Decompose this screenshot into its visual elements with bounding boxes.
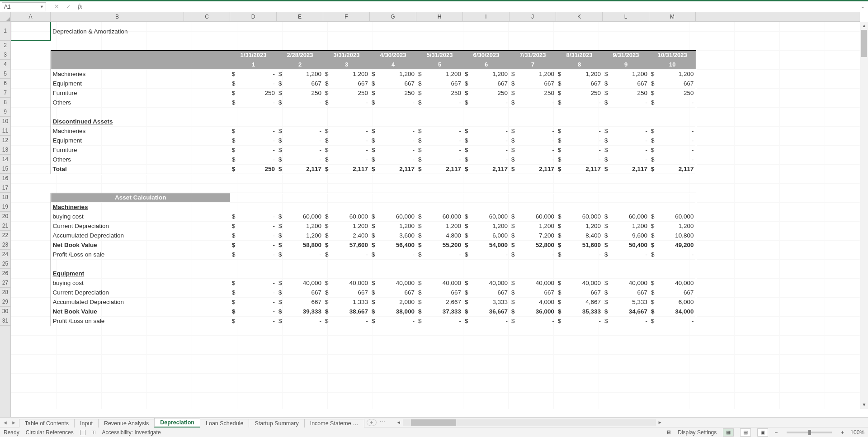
zoom-out-button[interactable]: − [774,429,778,436]
accessibility-icon[interactable]: ✓⃝ [92,429,96,436]
horizontal-scrollbar[interactable]: ◄ ► [395,418,868,427]
data-cell[interactable]: $- [416,316,463,326]
data-cell[interactable]: $- [277,126,323,136]
row-header-28[interactable]: 28 [0,288,10,297]
data-cell[interactable]: $- [509,136,556,145]
data-cell[interactable]: $- [649,250,696,259]
data-cell[interactable]: $- [416,145,463,155]
data-cell[interactable]: $60,000 [649,212,696,221]
scroll-thumb[interactable] [861,30,867,57]
data-cell[interactable]: $- [230,69,277,79]
data-cell[interactable]: $- [556,250,603,259]
col-header-B[interactable]: B [51,12,184,21]
data-cell[interactable]: $54,000 [463,240,509,250]
data-cell[interactable]: $60,000 [463,212,509,221]
data-cell[interactable]: $- [649,316,696,326]
data-cell[interactable]: $- [603,126,649,136]
data-cell[interactable]: $57,600 [323,240,370,250]
data-cell[interactable]: $667 [277,288,323,297]
formula-input[interactable] [87,2,856,11]
data-cell[interactable]: $1,200 [463,221,509,231]
data-cell[interactable]: $- [370,155,416,164]
row-header-11[interactable]: 11 [0,126,10,136]
data-cell[interactable]: $667 [556,79,603,88]
data-cell[interactable]: $40,000 [556,278,603,288]
data-cell[interactable]: $250 [277,88,323,98]
data-cell[interactable]: $- [556,98,603,107]
data-cell[interactable]: $- [370,250,416,259]
row-header-20[interactable]: 20 [0,212,10,221]
data-cell[interactable]: $2,117 [556,164,603,174]
data-cell[interactable]: $- [509,126,556,136]
data-cell[interactable]: $2,117 [416,164,463,174]
cancel-icon[interactable]: ✕ [52,3,61,10]
data-cell[interactable]: $1,200 [370,69,416,79]
data-cell[interactable]: $667 [277,297,323,307]
data-cell[interactable]: $250 [230,164,277,174]
data-cell[interactable]: $36,667 [463,307,509,316]
row-header-19[interactable]: 19 [0,202,10,212]
data-cell[interactable]: $7,200 [509,231,556,240]
data-cell[interactable]: $- [416,126,463,136]
data-cell[interactable]: $34,000 [649,307,696,316]
data-cell[interactable]: $10,800 [649,231,696,240]
data-cell[interactable]: $- [509,316,556,326]
col-header-A[interactable]: A [11,12,51,21]
data-cell[interactable]: $- [603,98,649,107]
display-settings-icon[interactable]: 🖥 [666,429,671,436]
data-cell[interactable]: $- [230,297,277,307]
data-cell[interactable]: $- [230,307,277,316]
macro-record-icon[interactable] [80,430,85,435]
data-cell[interactable]: $2,117 [323,164,370,174]
hscroll-track[interactable] [403,419,656,426]
data-cell[interactable]: $1,200 [603,221,649,231]
data-cell[interactable]: $- [323,145,370,155]
data-cell[interactable]: $- [649,155,696,164]
row-header-21[interactable]: 21 [0,221,10,231]
row-header-24[interactable]: 24 [0,250,10,259]
data-cell[interactable]: $- [603,250,649,259]
data-cell[interactable]: $- [556,145,603,155]
data-cell[interactable]: $667 [509,288,556,297]
data-cell[interactable]: $- [277,98,323,107]
view-page-break-button[interactable]: ▣ [757,428,768,437]
data-cell[interactable]: $4,667 [556,297,603,307]
data-cell[interactable]: $- [230,79,277,88]
select-all-corner[interactable] [0,12,11,22]
col-header-F[interactable]: F [323,12,370,21]
data-cell[interactable]: $1,200 [649,69,696,79]
data-cell[interactable]: $4,800 [416,231,463,240]
hscroll-thumb[interactable] [411,419,456,426]
data-cell[interactable]: $60,000 [416,212,463,221]
data-cell[interactable]: $1,200 [463,69,509,79]
row-header-12[interactable]: 12 [0,136,10,145]
data-cell[interactable]: $- [603,145,649,155]
data-cell[interactable]: $6,000 [649,297,696,307]
row-header-1[interactable]: 1 [0,22,10,41]
data-cell[interactable]: $- [463,155,509,164]
data-cell[interactable]: $1,200 [649,221,696,231]
data-cell[interactable]: $40,000 [509,278,556,288]
data-cell[interactable]: $- [603,155,649,164]
data-cell[interactable]: $- [603,136,649,145]
data-cell[interactable]: $60,000 [603,212,649,221]
col-header-J[interactable]: J [509,12,556,21]
data-cell[interactable]: $- [323,316,370,326]
data-cell[interactable]: $- [463,250,509,259]
col-header-K[interactable]: K [556,12,603,21]
row-header-9[interactable]: 9 [0,107,10,117]
data-cell[interactable]: $667 [556,288,603,297]
data-cell[interactable]: $- [603,316,649,326]
data-cell[interactable]: $- [509,98,556,107]
data-cell[interactable]: $- [230,316,277,326]
col-header-C[interactable]: C [184,12,230,21]
data-cell[interactable]: $- [230,155,277,164]
data-cell[interactable]: $8,400 [556,231,603,240]
row-headers[interactable]: 1234567891011121314151617181920212223242… [0,22,11,417]
data-cell[interactable]: $- [509,155,556,164]
sheet-tab[interactable]: Loan Schedule [200,419,249,428]
data-cell[interactable]: $250 [230,88,277,98]
data-cell[interactable]: $667 [416,79,463,88]
sheet-tab[interactable]: Table of Contents [19,419,75,428]
row-header-15[interactable]: 15 [0,164,10,174]
